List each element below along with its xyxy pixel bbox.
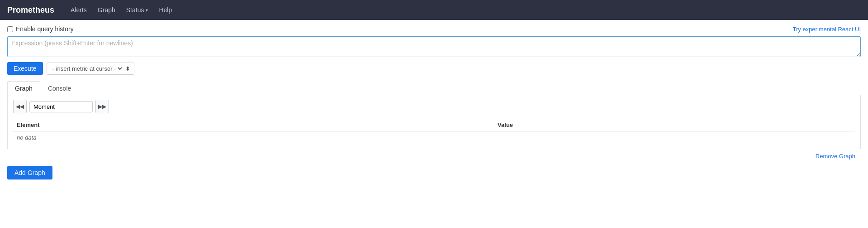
navbar-link-graph[interactable]: Graph	[92, 0, 121, 20]
table-row: no data	[13, 131, 855, 144]
navbar: Prometheus Alerts Graph Status ▾ Help	[0, 0, 868, 20]
table-body: no data	[13, 131, 855, 144]
navbar-link-status[interactable]: Status ▾	[121, 0, 154, 20]
tab-console[interactable]: Console	[40, 81, 79, 95]
add-graph-button[interactable]: Add Graph	[7, 166, 52, 179]
table-header-row: Element Value	[13, 119, 855, 131]
toolbar-row: Execute - insert metric at cursor - ⬍	[7, 62, 861, 75]
query-history-left: Enable query history	[7, 25, 74, 33]
enable-query-history-checkbox[interactable]	[7, 26, 13, 32]
tabs: Graph Console	[7, 81, 861, 95]
add-graph-row: Add Graph	[7, 166, 861, 179]
time-controls: ◀◀ ▶▶	[13, 100, 855, 113]
remove-graph-link[interactable]: Remove Graph	[816, 153, 855, 160]
moment-input[interactable]	[29, 101, 93, 112]
col-element: Element	[13, 119, 494, 131]
experimental-react-ui-link[interactable]: Try experimental React UI	[792, 26, 861, 33]
insert-metric-caret: ⬍	[125, 65, 130, 72]
status-dropdown-caret: ▾	[146, 8, 148, 13]
enable-query-history-label: Enable query history	[16, 25, 74, 33]
navbar-links: Alerts Graph Status ▾ Help	[65, 0, 177, 20]
tab-graph[interactable]: Graph	[7, 81, 40, 95]
navbar-brand: Prometheus	[7, 5, 54, 15]
remove-graph-row: Remove Graph	[7, 149, 861, 160]
time-back-button[interactable]: ◀◀	[13, 100, 27, 113]
data-table: Element Value no data	[13, 119, 855, 144]
no-data-cell: no data	[13, 131, 855, 144]
insert-metric-select[interactable]: - insert metric at cursor -	[51, 65, 123, 73]
query-history-row: Enable query history Try experimental Re…	[7, 25, 861, 33]
expression-input[interactable]	[7, 36, 861, 57]
table-header: Element Value	[13, 119, 855, 131]
main-content: Enable query history Try experimental Re…	[0, 20, 868, 185]
time-forward-button[interactable]: ▶▶	[95, 100, 109, 113]
insert-metric-wrapper: - insert metric at cursor - ⬍	[47, 63, 134, 75]
graph-panel: ◀◀ ▶▶ Element Value no data	[7, 95, 861, 149]
execute-button[interactable]: Execute	[7, 62, 43, 75]
col-value: Value	[494, 119, 855, 131]
navbar-link-help[interactable]: Help	[153, 0, 177, 20]
navbar-link-alerts[interactable]: Alerts	[65, 0, 92, 20]
